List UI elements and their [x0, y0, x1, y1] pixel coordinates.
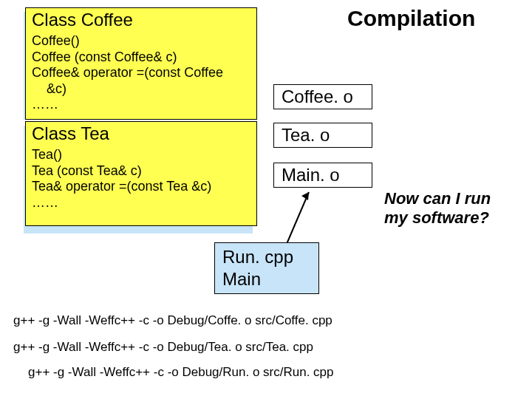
- class-tea-title: Class Tea: [26, 122, 256, 144]
- coffee-member: Coffee(): [32, 33, 250, 50]
- run-question-line: Now can I run: [384, 189, 491, 208]
- gpp-command-2: g++ -g -Wall -Weffc++ -c -o Debug/Tea. o…: [13, 340, 313, 355]
- tea-member: Tea& operator =(const Tea &c): [32, 179, 250, 195]
- page-title: Compilation: [347, 6, 475, 31]
- class-coffee-box: Class Coffee Coffee() Coffee (const Coff…: [25, 7, 257, 120]
- run-cpp-line: Main: [222, 268, 311, 290]
- main-o-box: Main. o: [273, 163, 372, 188]
- run-question-line: my software?: [384, 208, 491, 228]
- tea-member: Tea (const Tea& c): [32, 163, 250, 180]
- class-tea-box: Class Tea Tea() Tea (const Tea& c) Tea& …: [25, 121, 257, 226]
- tea-member: ……: [32, 195, 250, 211]
- run-cpp-box: Run. cpp Main: [214, 242, 319, 294]
- run-cpp-line: Run. cpp: [222, 246, 311, 268]
- svg-line-0: [287, 192, 309, 244]
- coffee-member: &c): [32, 81, 250, 98]
- class-coffee-title: Class Coffee: [26, 8, 256, 30]
- tea-member: Tea(): [32, 147, 250, 163]
- coffee-member: Coffee (const Coffee& c): [32, 50, 250, 66]
- class-coffee-members: Coffee() Coffee (const Coffee& c) Coffee…: [26, 30, 256, 116]
- coffee-member: Coffee& operator =(const Coffee: [32, 65, 250, 81]
- arrow-run-to-main: [281, 186, 318, 251]
- tea-o-box: Tea. o: [273, 123, 372, 148]
- gpp-command-3: g++ -g -Wall -Weffc++ -c -o Debug/Run. o…: [28, 365, 334, 380]
- run-question: Now can I run my software?: [384, 189, 491, 228]
- coffee-member: ……: [32, 97, 250, 113]
- class-tea-members: Tea() Tea (const Tea& c) Tea& operator =…: [26, 144, 256, 214]
- gpp-command-1: g++ -g -Wall -Weffc++ -c -o Debug/Coffe.…: [13, 313, 332, 328]
- coffee-o-box: Coffee. o: [273, 84, 372, 109]
